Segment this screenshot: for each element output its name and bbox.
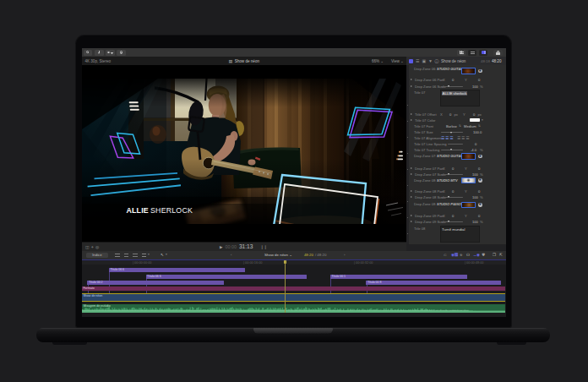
svg-text:Mixagem de estúdio: Mixagem de estúdio [84,304,111,308]
svg-text:ALLIESHERLOCK: ALLIESHERLOCK [126,207,192,216]
